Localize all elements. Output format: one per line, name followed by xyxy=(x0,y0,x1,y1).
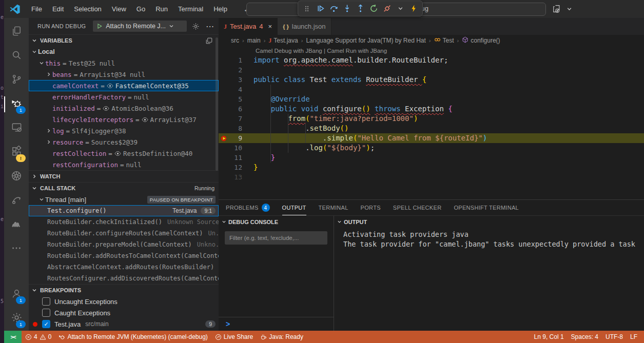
codelens-link[interactable]: Camel Debug with JBang xyxy=(256,48,322,54)
line-number[interactable]: 1 xyxy=(230,55,242,65)
stack-frame-row[interactable]: RouteBuilder.prepareModel(CamelContext)U… xyxy=(29,239,219,250)
line-number[interactable]: 3 xyxy=(230,75,242,85)
breakpoint-row[interactable]: Uncaught Exceptions xyxy=(29,296,219,307)
menu-help[interactable]: Help xyxy=(209,3,232,15)
line-number[interactable]: 6 xyxy=(230,104,242,114)
chevron-right-icon[interactable] xyxy=(45,139,52,145)
activity-item-accounts[interactable]: 1 xyxy=(4,283,29,307)
open-in-editor-icon[interactable] xyxy=(203,35,214,46)
thread-row[interactable]: Thread [main]PAUSED ON BREAKPOINT xyxy=(29,194,219,205)
code-line[interactable]: 13 xyxy=(219,172,644,182)
continue-icon[interactable] xyxy=(315,3,326,14)
variable-row[interactable]: restCollection=RestsDefinition@40 xyxy=(29,148,219,159)
menu-terminal[interactable]: Terminal xyxy=(173,3,208,15)
editor-gutter[interactable]: 5 xyxy=(219,94,253,104)
stack-frame-row[interactable]: Test.configure()Test.java9:1 xyxy=(29,205,219,216)
variable-row[interactable]: beans=ArrayList@34 null xyxy=(29,69,219,80)
editor-gutter[interactable]: 8 xyxy=(219,124,253,133)
step-out-icon[interactable] xyxy=(355,3,366,14)
call-stack-section-header[interactable]: CALL STACK Running xyxy=(29,182,219,194)
lazy-eval-eye-icon[interactable] xyxy=(107,83,113,89)
panel-tab-problems[interactable]: PROBLEMS4 xyxy=(226,200,270,215)
disconnect-icon[interactable] xyxy=(381,3,393,14)
panel-tab-openshift-terminal[interactable]: OPENSHIFT TERMINAL xyxy=(454,200,519,215)
panel-tab-spell-checker[interactable]: SPELL CHECKER xyxy=(393,200,442,215)
line-number[interactable]: 10 xyxy=(230,143,242,153)
editor-gutter[interactable]: 10 xyxy=(219,143,253,153)
editor-gutter[interactable]: 6 xyxy=(219,104,253,114)
line-number[interactable]: 5 xyxy=(230,94,242,104)
status-encoding[interactable]: UTF-8 xyxy=(602,333,627,340)
status-problems[interactable]: 40 xyxy=(22,331,55,343)
chevron-down-icon[interactable] xyxy=(31,38,38,43)
editor-layout-icon[interactable] xyxy=(550,3,561,14)
code-line[interactable]: 12} xyxy=(219,163,644,172)
chevron-right-icon[interactable] xyxy=(45,72,52,77)
panel-tab-terminal[interactable]: TERMINAL xyxy=(319,200,348,215)
debug-console-filter[interactable] xyxy=(225,231,327,245)
remote-indicator[interactable]: >< xyxy=(4,331,22,343)
editor-gutter[interactable]: 4 xyxy=(219,85,253,94)
line-number[interactable]: 7 xyxy=(230,114,242,124)
chevron-down-icon[interactable] xyxy=(337,219,342,225)
status-eol[interactable]: LF xyxy=(627,333,641,340)
activity-item-explorer[interactable] xyxy=(4,20,29,44)
activity-item-camel[interactable] xyxy=(4,213,29,237)
lazy-eval-eye-icon[interactable] xyxy=(142,116,148,123)
code-line[interactable]: 9 .simple("Hello Camel from ${routeId}") xyxy=(219,133,644,143)
variable-row[interactable]: restConfiguration=null xyxy=(29,159,219,170)
disconnect-chevron-icon[interactable] xyxy=(395,3,406,14)
breakpoint-row[interactable]: ✓Test.javasrc/main9 xyxy=(29,318,219,330)
sidebar-scrollbar[interactable] xyxy=(216,37,218,171)
editor-gutter[interactable]: 9 xyxy=(219,133,253,143)
code-line[interactable]: 10 .log("${body}"); xyxy=(219,143,644,153)
status-live-share[interactable]: Live Share xyxy=(211,331,257,343)
editor-gutter[interactable]: 13 xyxy=(219,172,253,182)
panel-tab-output[interactable]: OUTPUT xyxy=(282,200,306,215)
line-number[interactable]: 13 xyxy=(230,172,242,182)
line-number[interactable]: 12 xyxy=(230,163,242,172)
chevron-down-icon[interactable] xyxy=(31,186,38,191)
variables-section-header[interactable]: VARIABLES xyxy=(29,34,219,46)
activity-item-source-control[interactable] xyxy=(4,68,29,92)
watch-section-header[interactable]: WATCH xyxy=(29,170,219,182)
activity-item-remote-explorer[interactable] xyxy=(4,116,29,140)
code-line[interactable]: 3public class Test extends RouteBuilder … xyxy=(219,75,644,85)
tab-launch-json[interactable]: { }launch.json xyxy=(278,18,331,35)
menu-file[interactable]: File xyxy=(27,3,47,15)
breakpoint-checkbox[interactable] xyxy=(42,297,50,306)
menu-edit[interactable]: Edit xyxy=(48,3,68,15)
variable-row[interactable]: camelContext=FastCamelContext@35 xyxy=(29,80,219,91)
editor-gutter[interactable]: 1 xyxy=(219,55,253,65)
status-cursor-position[interactable]: Ln 9, Col 1 xyxy=(531,333,568,340)
variable-row[interactable]: lifecycleInterceptors=ArrayList@37 xyxy=(29,114,219,125)
step-into-icon[interactable] xyxy=(341,3,353,14)
breakpoint-checkbox[interactable]: ✓ xyxy=(42,320,50,328)
line-number[interactable]: 2 xyxy=(230,65,242,75)
step-over-icon[interactable] xyxy=(328,3,339,14)
menu-run[interactable]: Run xyxy=(151,3,172,15)
line-number[interactable]: 8 xyxy=(230,124,242,133)
chevron-down-icon[interactable] xyxy=(31,49,38,54)
chevron-down-icon[interactable] xyxy=(222,219,226,225)
chevron-down-icon[interactable] xyxy=(38,197,45,202)
breakpoint-row[interactable]: Caught Exceptions xyxy=(29,307,219,318)
launch-config-dropdown[interactable]: Attach to Remote J... xyxy=(93,21,187,32)
breakpoint-checkbox[interactable] xyxy=(42,309,50,317)
status-java-status[interactable]: Java: Ready xyxy=(257,331,307,343)
activity-item-run-and-debug[interactable]: 1 xyxy=(4,92,29,116)
code-line[interactable]: 6 public void configure() throws Excepti… xyxy=(219,104,644,114)
chevron-down-icon[interactable] xyxy=(38,60,45,66)
camel-hot-reload-icon[interactable] xyxy=(408,3,419,14)
panel-tab-ports[interactable]: PORTS xyxy=(361,200,381,215)
editor-gutter[interactable]: 12 xyxy=(219,163,253,172)
activity-item-openshift-connector[interactable] xyxy=(4,189,29,213)
tab-test-java[interactable]: JTest.java4× xyxy=(219,18,278,35)
menu-view[interactable]: View xyxy=(107,3,131,15)
debug-console-filter-input[interactable] xyxy=(225,232,327,244)
restart-icon[interactable] xyxy=(368,3,379,14)
code-line[interactable]: 5 @Override xyxy=(219,94,644,104)
menu-selection[interactable]: Selection xyxy=(69,3,106,15)
more-actions-icon[interactable]: ⋯ xyxy=(204,21,216,32)
chevron-down-icon[interactable] xyxy=(31,288,38,293)
